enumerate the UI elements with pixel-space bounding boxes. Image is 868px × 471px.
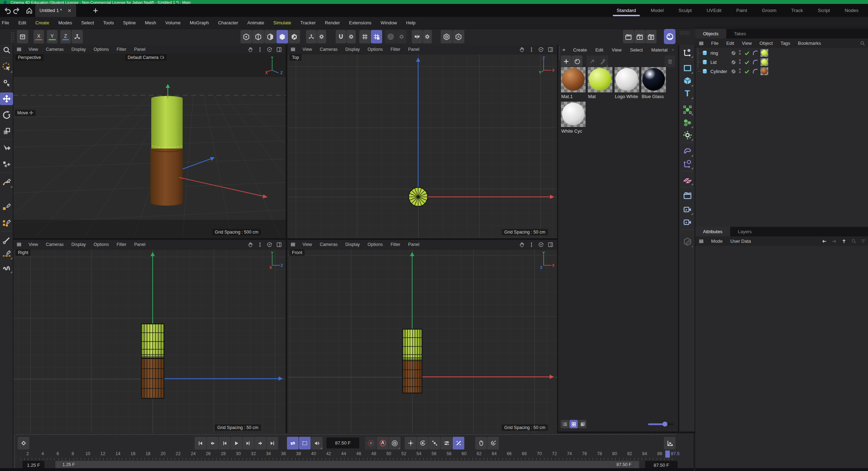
edges-mode-button[interactable]: [252, 30, 264, 43]
vp-menu-panel[interactable]: Panel: [404, 242, 423, 247]
axis-lock-x-button[interactable]: X: [33, 30, 44, 43]
instance-icon[interactable]: [681, 173, 693, 186]
material-tag-icon[interactable]: [760, 49, 768, 57]
mat-menu-create[interactable]: Create: [569, 47, 591, 53]
home-button[interactable]: [25, 7, 33, 14]
redo-button[interactable]: [13, 7, 20, 14]
thumbnail-size-slider[interactable]: [648, 423, 674, 425]
viewport-menu-icon[interactable]: [290, 242, 296, 247]
layout-tab[interactable]: Standard: [609, 4, 643, 17]
attr-up-icon[interactable]: [841, 238, 847, 244]
editor-visibility-icon[interactable]: [731, 59, 736, 65]
render-picture-viewer-button[interactable]: [634, 30, 645, 43]
vp-menu-panel[interactable]: Panel: [130, 242, 149, 247]
vp-menu-filter[interactable]: Filter: [113, 47, 130, 52]
loop-playback-button[interactable]: [287, 437, 299, 449]
key-selection-button[interactable]: [453, 437, 464, 449]
next-frame-button[interactable]: [243, 437, 254, 449]
object-row-lid[interactable]: Lid: [695, 58, 868, 66]
material-name[interactable]: Mat: [588, 94, 596, 99]
goto-start-button[interactable]: [195, 437, 206, 449]
snap-options-icon[interactable]: [347, 30, 356, 43]
vp-menu-panel[interactable]: Panel: [404, 47, 423, 52]
vp-menu-cameras[interactable]: Cameras: [316, 242, 342, 247]
spline-tool-icon[interactable]: [681, 46, 693, 58]
attr-forward-icon[interactable]: [831, 238, 837, 244]
cube-primitive-icon[interactable]: [681, 74, 693, 87]
vp-menu-options[interactable]: Options: [90, 242, 113, 247]
menu-item[interactable]: File: [0, 20, 14, 25]
select-move-tool[interactable]: [1, 142, 13, 155]
dolly-icon[interactable]: [528, 242, 534, 248]
goto-end-button[interactable]: [267, 437, 278, 449]
attr-back-icon[interactable]: [821, 238, 827, 244]
render-view-button[interactable]: [623, 30, 634, 43]
undo-button[interactable]: [4, 7, 11, 14]
playhead[interactable]: [665, 451, 670, 458]
maximize-view-icon[interactable]: [548, 242, 554, 248]
editor-visibility-icon[interactable]: [731, 68, 736, 74]
menu-item[interactable]: Mesh: [140, 20, 161, 25]
material-assign-button[interactable]: [587, 55, 597, 67]
menu-item[interactable]: Tracker: [296, 20, 320, 25]
model-mode-button[interactable]: [276, 30, 288, 43]
objects-menu-icon[interactable]: [698, 41, 704, 46]
menu-item[interactable]: Modes: [54, 20, 77, 25]
menu-item[interactable]: Tools: [99, 20, 118, 25]
live-selection-tool[interactable]: [1, 60, 13, 73]
line-cut-tool[interactable]: [1, 234, 13, 247]
obj-menu-view[interactable]: View: [738, 41, 756, 46]
annotate-pen-icon[interactable]: [681, 235, 693, 248]
layout-tab[interactable]: Script: [810, 4, 837, 17]
maximize-view-icon[interactable]: [276, 242, 282, 248]
tab-attributes[interactable]: Attributes: [695, 227, 730, 236]
current-frame-field[interactable]: 87.50 F: [326, 437, 359, 448]
menu-item[interactable]: Volume: [161, 20, 185, 25]
tab-objects[interactable]: Objects: [695, 29, 726, 38]
timeline-ruler[interactable]: 2468101214161820222426283032343638404244…: [20, 451, 667, 456]
viewport-menu-icon[interactable]: [16, 242, 22, 247]
vp-menu-cameras[interactable]: Cameras: [42, 242, 68, 247]
orbit-icon[interactable]: [538, 242, 544, 248]
object-mode-button[interactable]: [288, 30, 300, 43]
menu-item[interactable]: Help: [402, 20, 420, 25]
viewport-menu-icon[interactable]: [16, 47, 22, 52]
menu-item[interactable]: Spline: [118, 20, 140, 25]
layout-tab[interactable]: Nodes: [837, 4, 866, 17]
phong-tag-icon[interactable]: [752, 59, 758, 65]
spline-pen-tool[interactable]: [1, 175, 13, 188]
material-name[interactable]: Mat.1: [561, 94, 573, 99]
material-search-icon[interactable]: [672, 47, 674, 53]
viewport-menu-icon[interactable]: [290, 47, 296, 52]
prev-key-button[interactable]: [207, 437, 218, 449]
stage-object-icon[interactable]: [681, 189, 693, 201]
vp-menu-panel[interactable]: Panel: [130, 47, 149, 52]
phong-tag-icon[interactable]: [752, 50, 758, 56]
menu-item[interactable]: MoGraph: [185, 20, 213, 25]
auto-mode-button[interactable]: [453, 30, 464, 43]
tweak-tool[interactable]: [1, 77, 13, 89]
timeline-mode-button[interactable]: [664, 437, 676, 449]
vp-menu-cameras[interactable]: Cameras: [42, 47, 68, 52]
viewport-front[interactable]: ViewCamerasDisplayOptionsFilterPanel Fro…: [287, 240, 557, 434]
vp-menu-display[interactable]: Display: [342, 47, 364, 52]
menu-item[interactable]: Select: [77, 20, 98, 25]
axis-lock-y-button[interactable]: Y: [47, 30, 57, 43]
obj-menu-edit[interactable]: Edit: [722, 41, 738, 46]
new-tab-button[interactable]: [92, 7, 99, 14]
plane-cut-tool[interactable]: [1, 247, 13, 260]
vp-menu-filter[interactable]: Filter: [387, 242, 404, 247]
vp-menu-options[interactable]: Options: [364, 242, 387, 247]
obj-menu-bookmarks[interactable]: Bookmarks: [794, 41, 825, 46]
deformer-icon[interactable]: [681, 145, 693, 157]
coordinate-system-button[interactable]: [72, 30, 83, 43]
obj-menu-tags[interactable]: Tags: [777, 41, 794, 46]
tab-layers[interactable]: Layers: [730, 227, 759, 236]
material-menu-icon[interactable]: [562, 47, 566, 53]
render-settings-button[interactable]: [646, 30, 656, 43]
key-rotation-button[interactable]: [417, 437, 428, 449]
orbit-icon[interactable]: [267, 47, 273, 53]
camera-label[interactable]: Default Camera: [125, 54, 167, 61]
polygon-pen-tool[interactable]: [1, 200, 13, 213]
axis-lock-z-button[interactable]: Z: [60, 30, 71, 43]
